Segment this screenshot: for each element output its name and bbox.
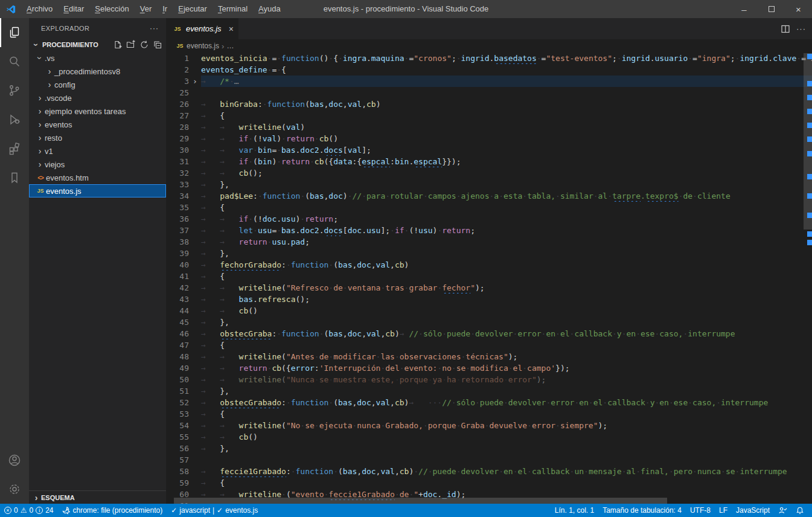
breadcrumb-symbol[interactable]: … (226, 42, 234, 50)
tree-item-resto[interactable]: ›resto (29, 131, 166, 144)
menu-item-editar[interactable]: Editar (58, 2, 89, 16)
more-actions-icon[interactable]: ··· (796, 24, 806, 33)
tree-item-vscode[interactable]: ›.vscode (29, 91, 166, 104)
minimize-button[interactable]: – (730, 0, 758, 18)
code-line[interactable]: 50→→writeline("Nunca·se·muestra·este,·po… (166, 374, 812, 385)
code-line[interactable]: 43→→bas.refresca(); (166, 294, 812, 305)
horizontal-scrollbar[interactable] (174, 498, 667, 504)
code-line[interactable]: 25 (166, 87, 812, 98)
menu-item-ver[interactable]: Ver (135, 2, 158, 16)
language-indicator[interactable]: JavaScript (732, 504, 774, 517)
encoding-indicator[interactable]: UTF-8 (686, 504, 715, 517)
code-line[interactable]: 33→}, (166, 179, 812, 190)
code-line[interactable]: 30→→var·bin=·bas.doc2.docs[val]; (166, 144, 812, 156)
code-line[interactable]: 32→→cb(); (166, 167, 812, 179)
code-line[interactable]: 39→}, (166, 248, 812, 259)
tab-whitespace: → (201, 213, 220, 225)
code-line[interactable]: 55→→cb() (166, 431, 812, 443)
code-editor[interactable]: 1eventos_inicia·=·function()·{·ingra.maq… (166, 53, 812, 504)
new-file-icon[interactable] (113, 40, 123, 50)
fold-chevron-icon[interactable]: › (189, 75, 201, 87)
activity-explorer[interactable] (0, 18, 29, 47)
tree-item-v1[interactable]: ›v1 (29, 144, 166, 158)
menu-item-ir[interactable]: Ir (157, 2, 173, 16)
code-line[interactable]: 54→→writeline("No·se·ejecuta·nunca·Graba… (166, 420, 812, 431)
code-line[interactable]: 3›→/*·… (166, 75, 812, 87)
cursor-position[interactable]: Lín. 1, col. 1 (551, 504, 598, 517)
code-line[interactable]: 29→→if·(!val)·return·cb() (166, 133, 812, 144)
htm-file-icon: <> (35, 175, 46, 181)
activity-run-debug[interactable] (0, 105, 29, 134)
collapse-all-icon[interactable] (153, 40, 162, 50)
workspace-section-header[interactable]: › PROCEDIMIENTO (29, 38, 166, 51)
code-line[interactable]: 57 (166, 454, 812, 466)
code-line[interactable]: 2eventos_define·=·{ (166, 64, 812, 75)
activity-account[interactable] (0, 446, 29, 475)
code-line[interactable]: 27→{ (166, 110, 812, 121)
problems-status[interactable]: × 0 ⚠ 0 i 24 (0, 504, 58, 517)
tree-item-ejemplo-eventos-tareas[interactable]: ›ejemplo eventos tareas (29, 104, 166, 118)
code-line[interactable]: 26→binGraba:·function(bas,doc,val,cb) (166, 98, 812, 110)
code-line[interactable]: 51→}, (166, 385, 812, 397)
code-line[interactable]: 49→→return·cb({error:'Interrupción·del·e… (166, 362, 812, 374)
tree-item-viejos[interactable]: ›viejos (29, 158, 166, 171)
code-line[interactable]: 35→{ (166, 202, 812, 213)
menu-item-archivo[interactable]: Archivo (21, 2, 58, 16)
code-line[interactable]: 36→→if·(!doc.usu)·return; (166, 213, 812, 225)
menu-item-terminal[interactable]: Terminal (213, 2, 253, 16)
activity-search[interactable] (0, 47, 29, 76)
code-line[interactable]: 38→→return·usu.pad; (166, 236, 812, 248)
code-line[interactable]: 53→{ (166, 408, 812, 420)
code-line[interactable]: 1eventos_inicia·=·function()·{·ingra.maq… (166, 53, 812, 64)
code-line[interactable]: 48→→writeline("Antes·de·modificar·las·ob… (166, 351, 812, 362)
activity-settings[interactable] (0, 475, 29, 504)
tree-item-eventos[interactable]: ›eventos (29, 118, 166, 131)
tab-whitespace: → (201, 420, 220, 431)
refresh-icon[interactable] (139, 40, 149, 50)
code-token: doc (362, 467, 376, 476)
code-line[interactable]: 31→→if·(bin)·return·cb({data:{espcal:bin… (166, 156, 812, 167)
code-line[interactable]: 47→{ (166, 339, 812, 351)
code-line[interactable]: 52→obstecGrabado:·function·(bas,doc,val,… (166, 397, 812, 408)
code-line[interactable]: 42→→writeline("Refresco·de·ventana·tras·… (166, 282, 812, 294)
feedback-button[interactable] (774, 504, 791, 517)
explorer-more-icon[interactable]: ··· (150, 24, 159, 33)
breadcrumb-file[interactable]: eventos.js (187, 42, 219, 50)
code-line[interactable]: 41→{ (166, 271, 812, 282)
activity-extensions[interactable] (0, 134, 29, 163)
code-line[interactable]: 46→obstecGraba:·function·(bas,doc,val,cb… (166, 328, 812, 339)
tab-eventos-js[interactable]: JS eventos.js × (166, 18, 238, 39)
activity-bookmarks[interactable] (0, 163, 29, 192)
code-line[interactable]: 40→fechorGrabado:·function·(bas,doc,val,… (166, 259, 812, 271)
code-line[interactable]: 34→pad$Lee:·function·(bas,doc)·//·para·r… (166, 190, 812, 202)
linter-a: javascript (179, 506, 210, 515)
tab-close-icon[interactable]: × (229, 24, 234, 34)
code-line[interactable]: 45→}, (166, 316, 812, 328)
vertical-scrollbar[interactable] (804, 53, 812, 504)
code-line[interactable]: 56→}, (166, 443, 812, 454)
launch-status[interactable]: chrome: file (procedimiento) (58, 504, 167, 517)
code-line[interactable]: 58→feccie1Grabado:·function·(bas,doc,val… (166, 466, 812, 477)
new-folder-icon[interactable] (126, 40, 136, 50)
close-button[interactable]: × (785, 0, 812, 18)
tree-item-eventos-js[interactable]: JSeventos.js (29, 184, 166, 197)
activity-source-control[interactable] (0, 76, 29, 105)
code-line[interactable]: 28→→writeline(val) (166, 121, 812, 133)
menu-item-selecci-n[interactable]: Selección (89, 2, 134, 16)
notifications-button[interactable] (791, 504, 808, 517)
outline-section-header[interactable]: › ESQUEMA (29, 490, 166, 504)
tree-item-config[interactable]: ›config (29, 78, 166, 91)
menu-item-ayuda[interactable]: Ayuda (253, 2, 286, 16)
linter-status[interactable]: ✓ javascript | ✓ eventos.js (167, 504, 262, 517)
tree-item-vs[interactable]: ›.vs (29, 51, 166, 65)
code-line[interactable]: 44→→cb() (166, 305, 812, 316)
split-editor-icon[interactable] (781, 24, 790, 34)
menu-item-ejecutar[interactable]: Ejecutar (173, 2, 213, 16)
tree-item-eventos-htm[interactable]: <>eventos.htm (29, 171, 166, 184)
code-line[interactable]: 59→{ (166, 477, 812, 489)
tree-item-procedimientosv8[interactable]: ›_procedimientosv8 (29, 65, 166, 78)
tab-size-indicator[interactable]: Tamaño de tabulación: 4 (598, 504, 686, 517)
code-line[interactable]: 37→→let·usu=·bas.doc2.docs[doc.usu];·if·… (166, 225, 812, 236)
maximize-button[interactable] (758, 0, 785, 18)
eol-indicator[interactable]: LF (715, 504, 732, 517)
